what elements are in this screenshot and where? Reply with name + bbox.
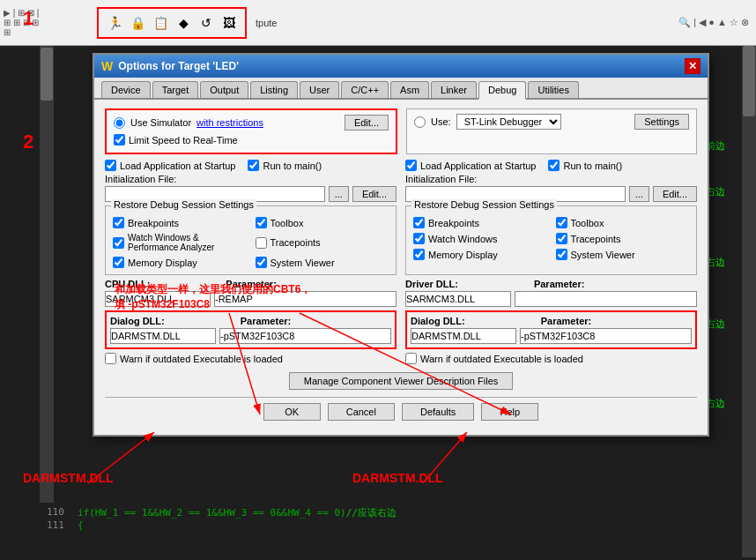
right-settings-button[interactable]: Settings — [634, 114, 689, 130]
restore-spacer-l — [113, 210, 389, 217]
toolbar-btn-copy[interactable]: 📋 — [150, 12, 171, 34]
manage-button[interactable]: Manage Component Viewer Description File… — [289, 372, 514, 390]
tab-user[interactable]: User — [300, 81, 339, 98]
left-dialog-param-label: Parameter: — [241, 316, 291, 326]
left-edit-btn[interactable]: Edit... — [352, 186, 397, 202]
defaults-button[interactable]: Defaults — [402, 403, 474, 421]
right-cpu-section: Driver DLL: Parameter: — [405, 279, 697, 307]
restore-row: Restore Debug Session Settings Breakpoin… — [105, 205, 697, 275]
tab-linker[interactable]: Linker — [431, 81, 477, 98]
left-bp-checkbox[interactable] — [113, 217, 124, 228]
manage-row: Manage Component Viewer Description File… — [105, 372, 697, 390]
limit-speed-checkbox[interactable] — [114, 134, 125, 146]
darmstm-right-label: DARMSTM.DLL — [352, 471, 443, 485]
left-trace-checkbox[interactable] — [256, 237, 267, 249]
right-cpu-dll-input[interactable] — [405, 291, 511, 307]
left-toolbox-checkbox[interactable] — [256, 217, 267, 228]
left-dialog-dll-input[interactable] — [110, 328, 216, 344]
left-run-label: Run to main() — [263, 161, 322, 171]
dialog-tabs: Device Target Output Listing User C/C++ … — [94, 78, 708, 100]
toolbar-btn-image[interactable]: 🖼 — [219, 12, 240, 34]
right-cpu-param-input[interactable] — [515, 291, 697, 307]
dialog-bottom-bar: OK Cancel Defaults Help — [105, 397, 697, 426]
tab-listing[interactable]: Listing — [250, 81, 298, 98]
toolbar-btn-run[interactable]: 🏃 — [104, 12, 125, 34]
line-num-111: 111 — [47, 519, 78, 531]
toolbar-section-highlighted: 🏃 🔒 📋 ◆ ↺ 🖼 — [97, 7, 247, 39]
left-debug-panel: Use Simulator with restrictions Edit... … — [105, 108, 397, 154]
right-cpu-inputs — [405, 291, 697, 307]
right-warn-label: Warn if outdated Executable is loaded — [420, 354, 583, 364]
tab-cpp[interactable]: C/C++ — [341, 81, 389, 98]
right-sv-checkbox[interactable] — [556, 249, 567, 260]
right-edit-btn[interactable]: Edit... — [653, 186, 697, 202]
simulator-row: Use Simulator with restrictions Edit... — [114, 115, 389, 131]
dialog-titlebar: W Options for Target 'LED' ✕ — [94, 55, 708, 78]
right-run-checkbox[interactable] — [548, 160, 560, 171]
right-mem-checkbox[interactable] — [413, 249, 425, 260]
tab-target[interactable]: Target — [152, 81, 199, 98]
left-browse-btn[interactable]: ... — [329, 186, 349, 202]
tab-asm[interactable]: Asm — [390, 81, 429, 98]
right-mem-row: Memory Display — [413, 249, 547, 260]
right-toolbox-checkbox[interactable] — [556, 217, 567, 228]
line-num-110: 110 — [47, 506, 78, 519]
right-scrollbar-thumb — [743, 46, 755, 116]
tab-device[interactable]: Device — [101, 81, 151, 98]
left-mem-checkbox[interactable] — [113, 257, 124, 268]
right-bp-checkbox[interactable] — [413, 217, 425, 228]
right-load-checkbox[interactable] — [405, 160, 417, 171]
right-restore-grid: Breakpoints Toolbox Watch Windows Tracep… — [413, 217, 689, 263]
tab-utilities[interactable]: Utilities — [528, 81, 578, 98]
right-trace-row: Tracepoints — [556, 233, 690, 244]
left-watch-checkbox[interactable] — [113, 237, 124, 249]
right-browse-btn[interactable]: ... — [629, 186, 649, 202]
dialog-close-button[interactable]: ✕ — [685, 58, 700, 74]
toolbar-btn-undo[interactable]: ↺ — [196, 12, 217, 34]
left-sv-label: System Viewer — [271, 258, 335, 268]
left-run-checkbox[interactable] — [248, 160, 259, 171]
left-bp-label: Breakpoints — [128, 218, 179, 228]
left-warn-section: Warn if outdated Executable is loaded — [105, 353, 397, 367]
right-trace-checkbox[interactable] — [556, 233, 567, 244]
dialog-title-text: W Options for Target 'LED' — [101, 59, 239, 73]
debugger-select[interactable]: ST-Link Debugger — [456, 114, 561, 130]
left-sv-checkbox[interactable] — [256, 257, 267, 268]
dialog-body: Use Simulator with restrictions Edit... … — [94, 100, 708, 435]
right-dialog-dll-label: Dialog DLL: — [411, 316, 465, 326]
ok-button[interactable]: OK — [263, 403, 321, 421]
left-warn-checkbox[interactable] — [105, 353, 116, 364]
right-watch-checkbox[interactable] — [413, 233, 425, 244]
right-dialog-param-input[interactable] — [520, 328, 692, 344]
right-toolbox-label: Toolbox — [571, 218, 604, 228]
right-debug-panel: Use: ST-Link Debugger Settings — [406, 108, 697, 154]
help-button[interactable]: Help — [481, 403, 538, 421]
left-settings-button[interactable]: Edit... — [345, 115, 389, 131]
tab-output[interactable]: Output — [200, 81, 248, 98]
simulator-radio[interactable] — [114, 117, 125, 129]
right-watch-row: Watch Windows — [413, 233, 547, 244]
right-cpu-dll-label: Driver DLL: — [405, 279, 458, 289]
simulator-link[interactable]: with restrictions — [196, 117, 263, 128]
left-load-checkbox[interactable] — [105, 160, 116, 171]
cancel-button[interactable]: Cancel — [328, 403, 395, 421]
right-warn-checkbox[interactable] — [405, 353, 417, 364]
right-bp-row: Breakpoints — [413, 217, 547, 228]
left-load-checkbox-row: Load Application at Startup Run to main(… — [105, 160, 397, 171]
right-run-label: Run to main() — [563, 161, 622, 171]
left-watch-row: Watch Windows & Performance Analyzer — [113, 233, 247, 252]
left-dialog-param-input[interactable] — [219, 328, 391, 344]
tab-debug[interactable]: Debug — [478, 81, 526, 100]
options-dialog: W Options for Target 'LED' ✕ Device Targ… — [93, 53, 709, 437]
darmstm-left-label: DARMSTM.DLL — [23, 471, 114, 485]
editor-bottom: 110 if(HW_1 == 1&&HW_2 == 1&&HW_3 == 0&&… — [40, 503, 742, 560]
left-trace-row: Tracepoints — [256, 233, 389, 252]
right-dialog-dll-panel: Dialog DLL: Parameter: — [405, 310, 697, 349]
toolbar-btn-lock[interactable]: 🔒 — [127, 12, 148, 34]
right-dialog-dll-input[interactable] — [411, 328, 516, 344]
right-cpu-labels: Driver DLL: Parameter: — [405, 279, 697, 289]
use-radio[interactable] — [414, 116, 426, 128]
toolbar-btn-diamond[interactable]: ◆ — [173, 12, 194, 34]
right-scrollbar[interactable] — [742, 46, 756, 557]
left-restore-title: Restore Debug Session Settings — [111, 199, 256, 210]
